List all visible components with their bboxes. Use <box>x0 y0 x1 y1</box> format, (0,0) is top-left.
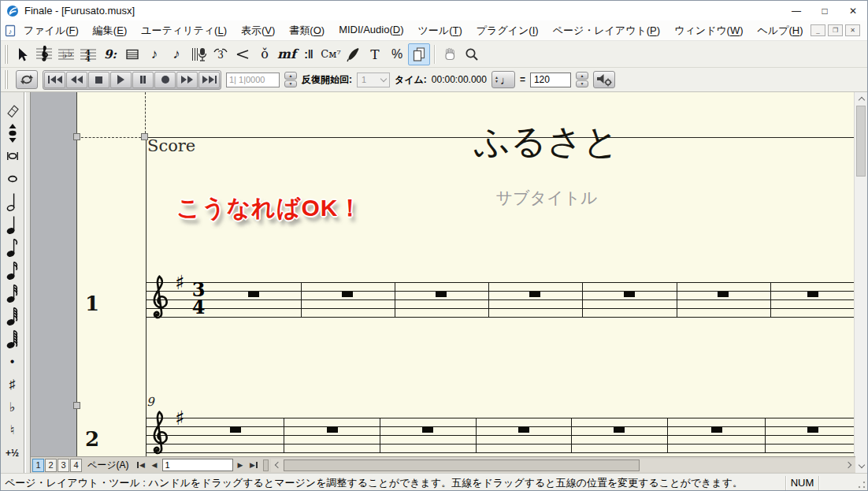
fast-forward-button[interactable] <box>176 72 198 88</box>
menu-page-layout[interactable]: ページ・レイアウト(P) <box>546 20 667 41</box>
menu-utilities[interactable]: ユーティリティ(L) <box>134 20 234 41</box>
selection-tool[interactable] <box>11 43 33 65</box>
time-signature-tool[interactable]: 44 <box>77 43 99 65</box>
record-button[interactable] <box>154 72 176 88</box>
first-page-button[interactable]: ◀ <box>135 459 148 472</box>
counter-spin-down[interactable]: ▼ <box>284 80 297 88</box>
menu-help[interactable]: ヘルプ(H) <box>751 20 811 41</box>
menu-file[interactable]: ファイル(F) <box>17 20 86 41</box>
menu-tools[interactable]: ツール(T) <box>411 20 469 41</box>
page-button-1[interactable]: 1 <box>32 459 44 472</box>
speedy-entry-tool[interactable]: ♪ <box>165 43 187 65</box>
vertical-scrollbar[interactable] <box>854 92 867 473</box>
audio-settings-button[interactable] <box>593 71 615 88</box>
palette-half-note-button[interactable] <box>2 190 24 213</box>
grabber-tool[interactable] <box>439 43 461 65</box>
page-button-4[interactable]: 4 <box>70 459 82 472</box>
maximize-button[interactable]: □ <box>811 1 839 20</box>
page-button-3[interactable]: 3 <box>57 459 69 472</box>
next-page-button[interactable]: ▶ <box>234 459 247 472</box>
scroll-down-button[interactable] <box>855 459 868 473</box>
loop-playback-button[interactable] <box>16 70 38 89</box>
palette-divider[interactable] <box>25 92 31 473</box>
page-margin-handle-2[interactable] <box>73 402 80 409</box>
scroll-right-button[interactable] <box>843 459 855 472</box>
menu-window[interactable]: ウィンドウ(W) <box>667 20 750 41</box>
staff-system[interactable]: ♯341 <box>146 282 855 318</box>
minimize-button[interactable]: — <box>782 1 811 20</box>
page-number-input[interactable] <box>162 459 233 471</box>
scroll-left-button[interactable] <box>271 459 284 472</box>
tempo-input[interactable] <box>530 73 571 87</box>
play-button[interactable] <box>110 72 132 88</box>
previous-page-button[interactable]: ◀ <box>148 459 161 472</box>
palette-whole-note-button[interactable] <box>2 167 24 190</box>
toolbar-gripper[interactable] <box>4 45 8 64</box>
skip-to-end-button[interactable] <box>198 72 220 88</box>
vertical-scroll-thumb[interactable] <box>856 106 866 177</box>
last-page-button[interactable]: ▶ <box>247 459 261 472</box>
repeat-start-select[interactable]: 1 <box>357 73 390 87</box>
palette-flat-button[interactable]: ♭ <box>2 396 24 418</box>
palette-thirty-second-note-button[interactable] <box>2 281 24 304</box>
staff-system[interactable]: ♯92 <box>146 418 855 453</box>
menu-midi-audio[interactable]: MIDI/Audio(D) <box>332 20 410 41</box>
playbar-gripper[interactable] <box>4 70 8 89</box>
lyrics-tool[interactable] <box>342 43 364 65</box>
menu-view[interactable]: 表示(V) <box>234 20 282 41</box>
palette-augmentation-dot-button[interactable]: • <box>2 350 24 373</box>
child-close-button[interactable]: ✕ <box>845 24 860 36</box>
page-margin-handle[interactable] <box>73 133 80 140</box>
palette-sixty-fourth-note-button[interactable] <box>2 304 24 327</box>
tempo-unit-button[interactable]: ▲▼ ♩ <box>491 71 515 88</box>
playback-counter[interactable]: 1| 1|0000 <box>226 73 280 87</box>
menu-plugins[interactable]: プラグイン(I) <box>469 20 546 41</box>
palette-sixteenth-note-button[interactable] <box>2 259 24 281</box>
page-title[interactable]: ふるさと <box>389 118 704 166</box>
hyperscribe-tool[interactable] <box>187 43 210 65</box>
tempo-spin-up[interactable]: ▲ <box>576 72 588 80</box>
skip-to-start-button[interactable] <box>44 72 65 88</box>
palette-eraser-button[interactable] <box>2 99 24 121</box>
text-tool[interactable]: T <box>364 43 386 65</box>
resize-grip-icon[interactable] <box>855 476 867 490</box>
chord-tool[interactable]: Cᴍ⁷ <box>320 43 342 65</box>
palette-repitch-button[interactable] <box>2 121 24 144</box>
child-minimize-button[interactable]: _ <box>811 24 825 36</box>
scrollbar-splitter[interactable] <box>263 459 269 471</box>
staff-tool[interactable] <box>33 43 55 65</box>
child-restore-button[interactable]: ❐ <box>828 24 843 36</box>
system-margin-handle[interactable] <box>141 133 148 140</box>
palette-sharp-button[interactable]: ♯ <box>2 373 24 396</box>
expression-tool[interactable]: mf <box>276 43 298 65</box>
counter-spin-up[interactable]: ▲ <box>284 72 297 80</box>
score-frame-label[interactable]: Score <box>147 136 195 155</box>
palette-quarter-note-button[interactable] <box>2 213 24 236</box>
page-layout-tool[interactable] <box>408 43 430 65</box>
palette-double-whole-note-button[interactable] <box>2 144 24 167</box>
horizontal-scrollbar[interactable] <box>271 459 855 472</box>
pause-button[interactable] <box>132 72 154 88</box>
page-subtitle[interactable]: サブタイトル <box>389 187 704 209</box>
palette-hundred-twenty-eighth-note-button[interactable] <box>2 327 24 350</box>
horizontal-scroll-thumb[interactable] <box>284 459 640 471</box>
clef-tool[interactable]: 9: <box>99 43 121 65</box>
palette-eighth-note-button[interactable] <box>2 236 24 259</box>
simple-entry-tool[interactable]: ♪ <box>143 43 165 65</box>
mirror-tool[interactable]: % <box>386 43 408 65</box>
menu-edit[interactable]: 編集(E) <box>86 20 134 41</box>
menu-document[interactable]: 書類(O) <box>282 20 332 41</box>
stop-button[interactable] <box>88 72 109 88</box>
tuplet-tool[interactable]: 3 <box>210 43 232 65</box>
zoom-tool[interactable] <box>461 43 483 65</box>
page-button-2[interactable]: 2 <box>45 459 57 472</box>
measure-tool[interactable] <box>121 43 143 65</box>
repeat-tool[interactable]: :‖ <box>298 43 320 65</box>
palette-half-step-button[interactable]: +½ <box>2 441 24 464</box>
close-button[interactable]: ✕ <box>839 1 867 20</box>
scroll-up-button[interactable] <box>855 92 868 106</box>
smartshape-tool[interactable] <box>232 43 254 65</box>
rewind-button[interactable] <box>66 72 87 88</box>
tempo-spin-down[interactable]: ▼ <box>576 80 588 88</box>
palette-natural-button[interactable]: ♮ <box>2 418 24 441</box>
